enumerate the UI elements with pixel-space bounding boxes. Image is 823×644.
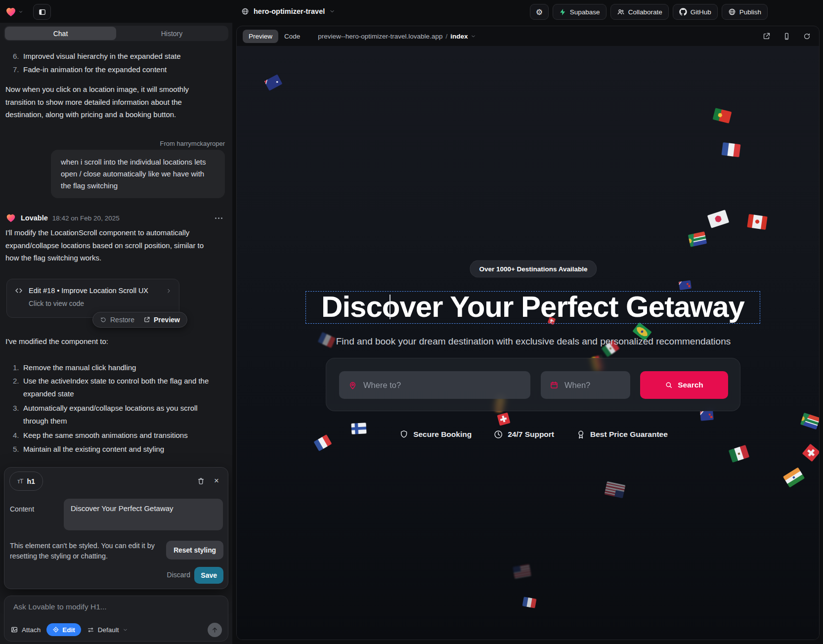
trash-icon: [197, 477, 205, 485]
user-message-bubble: when i scroll into the individual locati…: [51, 150, 225, 198]
sidebar-toggle-button[interactable]: [33, 4, 51, 20]
flag-france-icon: [722, 142, 741, 157]
reset-styling-button[interactable]: Reset styling: [166, 541, 223, 559]
content-field[interactable]: Discover Your Perfect Getaway: [64, 499, 223, 530]
flag-switzerland-icon: [802, 444, 819, 462]
preview-viewport: Over 1000+ Destinations Available Discov…: [237, 46, 819, 640]
tab-history[interactable]: History: [116, 27, 227, 40]
supabase-button[interactable]: Supabase: [553, 4, 606, 20]
collaborate-button[interactable]: Collaborate: [610, 4, 669, 20]
mode-selector[interactable]: Default: [87, 626, 128, 634]
content-field-label: Content: [10, 505, 34, 513]
preview-button[interactable]: Preview: [143, 316, 180, 324]
feature-best-price: Best Price Guarantee: [576, 429, 668, 439]
close-panel-button[interactable]: ×: [210, 474, 223, 487]
lovable-heart-icon: [5, 213, 16, 223]
feature-support: 24/7 Support: [493, 429, 554, 439]
settings-button[interactable]: ⚙: [530, 4, 549, 20]
list-item: 6. Improved visual hierarchy in the expa…: [13, 50, 181, 63]
feature-secure-booking: Secure Booking: [399, 429, 472, 439]
flag-mexico-icon: [729, 445, 749, 463]
list-item: 2. Use the activeIndex state to control …: [13, 375, 224, 400]
github-button[interactable]: GitHub: [673, 4, 718, 20]
styling-note: This element can't be styled. You can ed…: [10, 541, 166, 561]
flag-finland-icon: [351, 423, 366, 434]
where-to-input[interactable]: Where to?: [339, 371, 530, 399]
list-item: 4. Keep the same smooth animations and t…: [13, 429, 224, 442]
send-button[interactable]: [208, 623, 222, 637]
project-selector[interactable]: hero-optimizer-travel: [241, 4, 335, 19]
selected-element-tag: тT h1: [9, 472, 43, 491]
external-link-icon: [143, 316, 150, 323]
chat-history-tabs: Chat History: [4, 26, 228, 41]
calendar-icon: [550, 381, 559, 389]
shield-icon: [399, 429, 409, 439]
flag-canada-icon: [747, 214, 767, 230]
save-button[interactable]: Save: [194, 567, 223, 584]
message-menu-button[interactable]: [215, 217, 222, 219]
preview-panel: Preview Code preview--hero-optimizer-tra…: [236, 26, 820, 640]
supabase-icon: [559, 8, 566, 16]
external-link-icon: [762, 32, 771, 41]
gear-icon: ⚙: [536, 7, 543, 17]
restore-icon: [100, 316, 107, 323]
search-card: Where to? When? Search: [326, 358, 740, 411]
panel-toggle-icon: [38, 8, 46, 16]
chevron-right-icon: [166, 288, 172, 294]
when-input[interactable]: When?: [541, 371, 630, 399]
assistant-paragraph: I've modified the component to:: [5, 335, 218, 348]
sliders-icon: [87, 626, 94, 634]
restore-button[interactable]: Restore: [100, 316, 134, 324]
location-pin-icon: [348, 381, 357, 390]
url-page: index: [450, 33, 468, 40]
flag-portugal-icon: [713, 108, 732, 124]
chat-input-panel: Attach Edit Default: [4, 596, 228, 642]
tab-preview[interactable]: Preview: [243, 30, 278, 43]
flag-france-icon: [522, 597, 537, 608]
lovable-heart-icon: [5, 6, 17, 18]
destinations-badge: Over 1000+ Destinations Available: [470, 260, 597, 278]
feature-list: Secure Booking 24/7 Support Best Price G…: [399, 429, 668, 439]
hero-subtitle: Find and book your dream destination wit…: [336, 336, 731, 347]
chevron-down-icon: [18, 9, 23, 14]
message-timestamp: 18:42 on Feb 20, 2025: [52, 215, 120, 222]
chevron-down-icon: [471, 34, 476, 39]
edit-card-subtitle: Click to view code: [29, 300, 172, 307]
preview-header: Preview Code preview--hero-optimizer-tra…: [237, 26, 819, 46]
attach-button[interactable]: Attach: [10, 626, 41, 634]
delete-element-button[interactable]: [194, 474, 207, 487]
restore-preview-pill: Restore Preview: [92, 312, 187, 328]
discard-button[interactable]: Discard: [167, 571, 190, 579]
tab-code[interactable]: Code: [278, 30, 306, 43]
search-button[interactable]: Search: [640, 371, 728, 399]
flag-australia-icon: [264, 74, 283, 91]
flag-france-icon: [318, 332, 336, 348]
refresh-icon: [803, 32, 811, 41]
target-icon: [52, 626, 59, 633]
flag-newzealand-icon: [700, 410, 714, 421]
chat-sidebar: Chat History Added hover states and anim…: [0, 23, 232, 644]
edit-mode-button[interactable]: Edit: [46, 623, 81, 636]
flag-japan-icon: [707, 210, 729, 228]
arrow-up-icon: [211, 626, 218, 634]
mobile-view-button[interactable]: [782, 32, 791, 41]
globe-icon: [241, 7, 249, 15]
top-bar: hero-optimizer-travel ⚙ Supabase Collabo…: [0, 0, 823, 23]
lovable-logo-menu[interactable]: [5, 6, 23, 18]
message-author-label: From harrymckayroper: [160, 140, 225, 147]
chat-input[interactable]: [12, 602, 217, 612]
open-in-new-tab-button[interactable]: [762, 32, 771, 41]
people-icon: [617, 8, 625, 16]
phone-icon: [782, 32, 791, 41]
tab-chat[interactable]: Chat: [5, 27, 116, 40]
search-icon: [665, 381, 673, 389]
flag-usa-icon: [513, 564, 531, 579]
hero-title[interactable]: Discover Your Perfect Getaway: [306, 292, 760, 322]
code-icon: [14, 286, 23, 295]
publish-button[interactable]: Publish: [722, 4, 768, 20]
github-icon: [679, 8, 687, 16]
selection-outline: Discover Your Perfect Getaway: [305, 291, 760, 324]
refresh-button[interactable]: [803, 32, 811, 41]
flag-india-icon: [783, 467, 805, 487]
preview-url[interactable]: preview--hero-optimizer-travel.lovable.a…: [318, 33, 476, 40]
